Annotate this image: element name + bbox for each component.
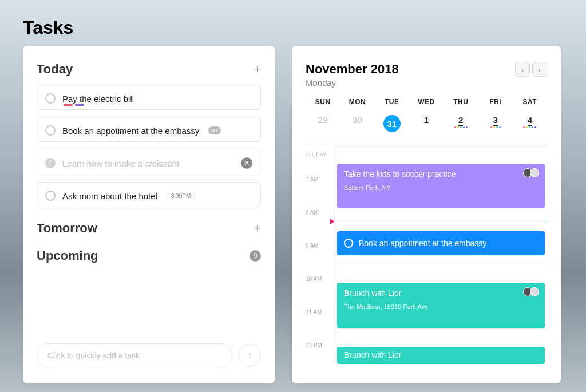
calendar-day-subtitle: Monday (306, 78, 399, 88)
calendar-event[interactable]: Brunch with Lior (337, 347, 545, 364)
calendar-event[interactable]: Take the kids to soccer practice Battery… (337, 164, 545, 208)
event-attendees (525, 168, 539, 177)
hour-label: 9 AM (306, 229, 334, 262)
task-tag-badge: ST (208, 126, 221, 134)
weekday-row: SUN MON TUE WED THU FRI SAT (306, 98, 547, 106)
task-checkbox[interactable] (45, 191, 56, 201)
calendar-next-icon[interactable]: › (532, 62, 547, 77)
weekday-label: SUN (306, 98, 340, 106)
event-checkbox-icon[interactable] (344, 239, 353, 248)
tag-tick-purple (75, 104, 84, 106)
quick-add-row: ↑ (37, 343, 261, 367)
weekday-label: THU (444, 98, 478, 106)
add-today-icon[interactable]: + (254, 62, 261, 77)
time-labels-column: ALL DAY 7 AM 8 AM 9 AM 10 AM 11 AM 12 PM (306, 146, 334, 362)
tasks-panel: Today + Pay the electric bill Book an ap… (23, 46, 275, 383)
event-title: Take the kids to soccer practice (344, 169, 538, 179)
weekday-label: MON (340, 98, 374, 106)
task-item[interactable]: Pay the electric bill (37, 85, 261, 110)
task-checkbox[interactable] (45, 125, 56, 136)
delete-task-icon[interactable]: ✕ (241, 157, 252, 169)
calendar-event[interactable]: Brunch with Lior The Madison, 15919 Park… (337, 283, 545, 328)
task-text: Ask mom about the hotel (62, 191, 157, 201)
page-title: Tasks (23, 17, 73, 38)
weekday-label: WED (409, 98, 444, 106)
today-header: Today + (37, 62, 261, 77)
date-cell-selected[interactable]: 31 (375, 110, 409, 137)
upcoming-count-badge: 9 (250, 250, 261, 262)
tomorrow-title: Tomorrow (37, 221, 97, 236)
task-color-tags (64, 104, 84, 106)
date-cell[interactable]: 29 (306, 110, 340, 137)
timeline: ALL DAY 7 AM 8 AM 9 AM 10 AM 11 AM 12 PM (306, 146, 547, 362)
weekday-label: TUE (375, 98, 409, 106)
allday-label: ALL DAY (306, 146, 334, 163)
event-location: Battery Park, NY (344, 184, 538, 191)
task-text: Learn how to make a croissant (62, 159, 179, 168)
task-item[interactable]: Book an appotiment at the embassy ST (37, 117, 261, 142)
date-cell[interactable]: 3 (478, 110, 512, 137)
calendar-month-title: November 2018 (306, 62, 399, 77)
date-cell[interactable]: 30 (340, 110, 374, 137)
event-title: Brunch with Lior (344, 350, 538, 359)
hour-label: 11 AM (306, 295, 334, 328)
calendar-prev-icon[interactable]: ‹ (515, 62, 530, 77)
hour-label: 10 AM (306, 262, 334, 295)
quick-add-submit-icon[interactable]: ↑ (238, 344, 261, 367)
hour-label: 12 PM (306, 328, 334, 362)
event-attendees (525, 287, 539, 296)
events-column[interactable]: Take the kids to soccer practice Battery… (334, 146, 547, 362)
calendar-nav: ‹ › (515, 62, 547, 77)
tag-tick-red (64, 104, 73, 106)
task-item[interactable]: Learn how to make a croissant ✕ (37, 149, 261, 175)
add-tomorrow-icon[interactable]: + (254, 221, 261, 236)
weekday-label: FRI (478, 98, 512, 106)
date-cell[interactable]: 2 (444, 110, 478, 137)
current-time-indicator (331, 221, 547, 221)
task-checkbox[interactable] (45, 93, 56, 104)
calendar-header: November 2018 Monday ‹ › (306, 62, 547, 88)
task-item[interactable]: Ask mom about the hotel 3:30PM (37, 182, 261, 207)
task-text: Book an appotiment at the embassy (62, 126, 199, 136)
task-checkbox-done[interactable] (45, 158, 56, 168)
tomorrow-header: Tomorrow + (37, 221, 261, 236)
task-text: Pay the electric bill (62, 94, 134, 104)
quick-add-input[interactable] (37, 343, 232, 367)
date-row: 29 30 31 1 2 3 4 (306, 110, 547, 144)
calendar-event[interactable]: Book an appotiment at the embassy (337, 231, 545, 255)
weekday-label: SAT (513, 98, 547, 106)
event-title: Book an appotiment at the embassy (359, 239, 486, 248)
date-cell[interactable]: 4 (513, 110, 547, 137)
upcoming-header: Upcoming 9 (37, 248, 261, 263)
calendar-panel: November 2018 Monday ‹ › SUN MON TUE WED… (292, 46, 561, 383)
event-title: Brunch with Lior (344, 288, 538, 298)
today-title: Today (37, 62, 73, 77)
date-cell[interactable]: 1 (409, 110, 444, 137)
event-location: The Madison, 15919 Park Ave (344, 303, 538, 310)
today-task-list: Pay the electric bill Book an appotiment… (37, 85, 261, 207)
task-time-pill: 3:30PM (167, 192, 195, 200)
hour-label: 7 AM (306, 163, 334, 196)
upcoming-title: Upcoming (37, 248, 98, 263)
